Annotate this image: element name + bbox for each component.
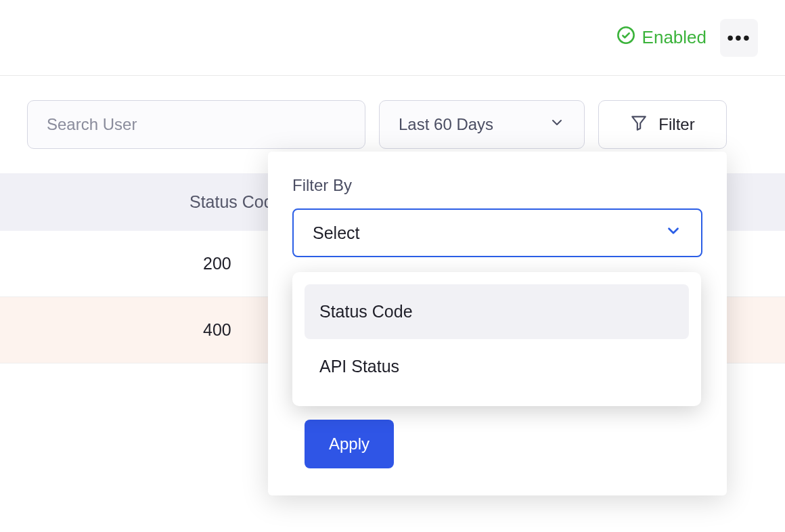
filter-select[interactable]: Select <box>292 208 702 257</box>
dropdown-panel: Status Code API Status <box>292 272 701 406</box>
filter-by-label: Filter By <box>292 176 702 195</box>
filter-label: Filter <box>658 115 694 134</box>
status-badge: Enabled <box>616 26 706 49</box>
filter-button[interactable]: Filter <box>598 100 727 149</box>
search-input[interactable] <box>27 100 365 149</box>
check-circle-icon <box>616 26 635 49</box>
option-label: API Status <box>319 357 399 376</box>
dropdown-option-status-code[interactable]: Status Code <box>305 284 689 339</box>
date-range-label: Last 60 Days <box>399 115 493 134</box>
date-range-select[interactable]: Last 60 Days <box>379 100 585 149</box>
more-button[interactable]: ••• <box>720 19 758 57</box>
more-horizontal-icon: ••• <box>727 27 750 49</box>
filter-popover: Filter By Select Status Code API Status … <box>268 152 727 495</box>
chevron-down-icon <box>549 114 565 135</box>
option-label: Status Code <box>319 302 413 321</box>
apply-button[interactable]: Apply <box>305 420 394 468</box>
filter-select-value: Select <box>313 223 359 243</box>
apply-label: Apply <box>329 435 369 453</box>
top-bar: Enabled ••• <box>0 0 785 76</box>
chevron-down-icon <box>665 222 682 244</box>
svg-marker-1 <box>633 116 646 130</box>
dropdown-option-api-status[interactable]: API Status <box>305 339 689 394</box>
status-label: Enabled <box>642 27 706 48</box>
filter-icon <box>630 114 648 135</box>
